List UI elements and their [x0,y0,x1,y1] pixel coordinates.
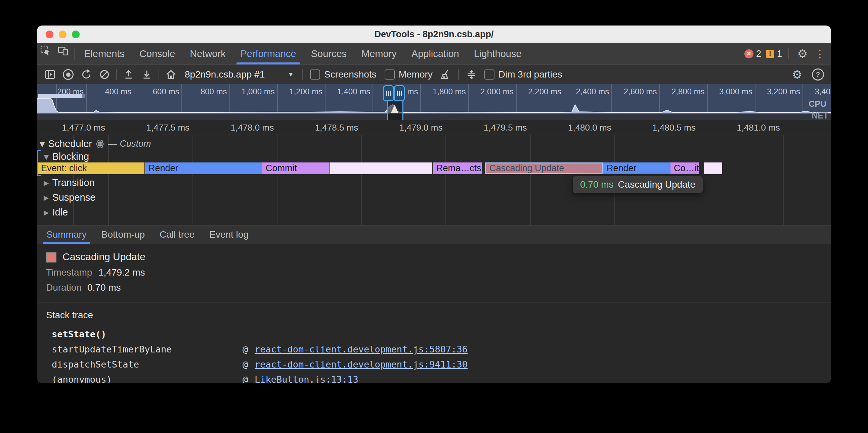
event-color-swatch [46,253,56,263]
ruler-tick-label: 1,481.0 ms [713,123,780,133]
tab-network[interactable]: Network [182,43,233,64]
garbage-collect-icon[interactable] [438,67,454,82]
clear-icon[interactable] [97,67,112,82]
tab-console[interactable]: Console [132,43,182,64]
net-lane [37,113,831,120]
divider [788,48,789,59]
summary-title: Cascading Update [62,251,146,263]
chevron-down-icon: ▼ [44,153,49,161]
track-scheduler[interactable]: ▼ Scheduler — Custom [40,138,151,149]
timestamp-value: 1,479.2 ms [98,267,145,278]
cpu-activity-chart [37,94,831,114]
upload-profile-icon[interactable] [121,67,136,82]
ruler-tick-label: 1,479.5 ms [460,123,527,133]
target-selector[interactable]: 8p2n9n.csb.app #1 ▼ [181,69,297,80]
tab-performance[interactable]: Performance [233,43,304,64]
chevron-right-icon: ▶ [44,179,49,187]
source-location-link[interactable]: react-dom-client.development.js:5807:36 [255,344,468,355]
device-toolbar-icon[interactable] [54,43,72,58]
home-icon[interactable] [163,67,179,82]
devtools-tabbar: Elements Console Network Performance Sou… [37,43,831,65]
flame-bar[interactable] [704,162,722,174]
flame-bar-selected[interactable]: Cascading Update [485,162,603,174]
row-idle[interactable]: ▶ Idle [44,207,68,218]
tab-lighthouse[interactable]: Lighthouse [467,43,529,64]
track-suffix: — Custom [108,139,151,149]
flame-bar[interactable]: Render [145,162,262,174]
collapse-icon[interactable] [464,67,479,82]
tab-sources[interactable]: Sources [304,43,354,64]
memory-checkbox[interactable]: Memory [382,69,435,80]
toggle-sidebar-icon[interactable] [42,67,58,82]
tab-event-log[interactable]: Event log [202,226,256,244]
net-lane-label: NET [812,111,828,120]
screenshots-checkbox[interactable]: Screenshots [307,69,379,80]
divider [302,69,303,80]
source-location-link[interactable]: LikeButton.js:13:13 [255,374,359,383]
tab-elements[interactable]: Elements [76,43,132,64]
cpu-lane-label: CPU [807,99,828,109]
performance-toolbar: 8p2n9n.csb.app #1 ▼ Screenshots Memory D… [37,65,831,84]
at-separator: @ [243,359,255,370]
close-window-button[interactable] [46,31,54,38]
settings-gear-icon[interactable]: ⚙ [795,46,810,61]
active-tab-underline [237,62,300,64]
ruler-tick-label: 1,480.0 ms [544,123,611,133]
stack-frame-function: dispatchSetState [52,359,243,370]
window-title: DevTools - 8p2n9n.csb.app/ [374,29,493,40]
stack-trace-heading: Stack trace [46,310,831,321]
zoom-window-button[interactable] [72,31,80,38]
flame-bar[interactable]: Co…it [671,162,699,174]
selection-left-handle[interactable] [383,85,394,101]
detail-time-ruler: 1,477.0 ms1,477.5 ms1,478.0 ms1,478.5 ms… [37,120,831,135]
inspect-element-icon[interactable] [37,43,54,58]
source-location-link[interactable]: react-dom-client.development.js:9411:30 [255,359,468,370]
row-transition[interactable]: ▶ Transition [44,177,95,188]
chevron-right-icon: ▶ [44,208,49,216]
row-blocking[interactable]: ▼ Blocking [44,151,89,162]
warning-badge[interactable]: ! 1 [766,49,782,59]
error-badge[interactable]: × 2 [744,49,761,59]
dim-3rd-parties-checkbox[interactable]: Dim 3rd parties [482,69,565,80]
reload-and-record-icon[interactable] [79,67,94,82]
duration-label: Duration [46,282,82,293]
stack-frame: (anonymous)@LikeButton.js:13:13 [37,372,831,383]
chevron-right-icon: ▶ [44,194,49,202]
timeline-overview[interactable]: 200 ms400 ms600 ms800 ms1,000 ms1,200 ms… [37,84,831,120]
chevron-down-icon: ▼ [40,140,45,148]
tab-memory[interactable]: Memory [354,43,404,64]
flame-bar[interactable]: Commit [262,162,330,174]
ruler-tick-label: 1,478.0 ms [207,123,274,133]
react-atom-icon [95,139,105,149]
record-icon[interactable] [60,67,76,82]
flame-bar[interactable]: Rema…cts [433,162,482,174]
stack-trace-panel: Stack trace setState()startUpdateTimerBy… [37,302,831,383]
flame-chart[interactable]: ▼ Scheduler — Custom ▼ Blocking Event: c… [37,135,831,225]
at-separator: @ [243,374,255,383]
flame-bar[interactable]: Render [603,162,671,174]
summary-panel: Cascading Update Timestamp 1,479.2 ms Du… [37,244,831,302]
stack-frame-function: startUpdateTimerByLane [52,344,243,355]
warning-icon: ! [766,50,774,58]
tab-call-tree[interactable]: Call tree [152,226,202,244]
tab-application[interactable]: Application [404,43,467,64]
row-suspense[interactable]: ▶ Suspense [44,192,95,203]
cpu-spike-marker [391,105,398,113]
capture-settings-gear-icon[interactable]: ⚙ [789,67,805,82]
selection-right-handle[interactable] [394,85,405,101]
ruler-tick-label: 1,477.0 ms [38,123,105,133]
flame-bar[interactable]: Event: click [38,162,145,174]
ruler-tick-label: 1,480.5 ms [628,123,696,133]
download-profile-icon[interactable] [139,67,155,82]
kebab-menu-icon[interactable]: ⋮ [815,46,825,61]
stack-frame: setState() [37,327,831,342]
checkbox-box [384,69,395,79]
flame-bar[interactable] [330,162,432,174]
minimize-window-button[interactable] [59,31,66,38]
stack-frame: dispatchSetState@react-dom-client.develo… [37,357,831,372]
stack-frame: startUpdateTimerByLane@react-dom-client.… [37,342,831,357]
error-icon: × [744,49,753,58]
tab-summary[interactable]: Summary [39,226,94,244]
help-icon[interactable]: ? [810,67,826,82]
tab-bottom-up[interactable]: Bottom-up [94,226,152,244]
